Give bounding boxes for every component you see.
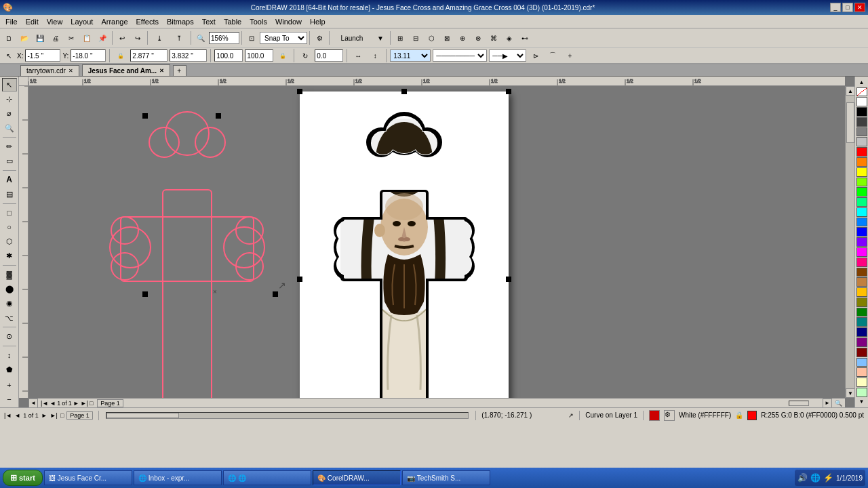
width-input[interactable] [130,49,167,62]
color-swatch-brown[interactable] [856,268,867,277]
polygon-btn[interactable]: ⬡ [2,235,17,248]
menu-help[interactable]: Help [306,16,330,28]
color-swatch-orange[interactable] [856,157,867,167]
color-swatch-violet[interactable] [856,237,867,247]
color-swatch-purple[interactable] [856,338,867,347]
node-tool-btn[interactable]: ⊹ [2,92,17,106]
canvas-content[interactable]: × ↗ [28,86,845,398]
scale-h-input[interactable] [245,49,273,62]
line-end-select[interactable]: ──▶ [489,49,526,62]
menu-view[interactable]: View [43,16,67,28]
scale-lock-icon[interactable]: 🔒 [275,48,290,63]
maximize-btn[interactable]: □ [842,3,853,12]
taskbar-browser[interactable]: 🌐 🌐 [223,470,311,485]
color-swatch-lightgray[interactable] [856,137,867,146]
scroll-left-btn[interactable]: ◄ [28,399,38,408]
taskbar-coreldraw[interactable]: 🎨 CorelDRAW... [313,470,401,485]
scrollbar-down-btn[interactable]: ▼ [846,388,854,398]
canvas-area[interactable]: 1/2 1/2 1/2 1/2 1/2 1/2 1/2 1/2 [19,77,854,407]
tab-jesus[interactable]: Jesus Face and Am... ✕ [82,64,170,76]
print-btn[interactable]: 🖨 [48,30,63,45]
last-page-btn[interactable]: ►| [81,400,88,407]
plus-btn[interactable]: + [562,48,577,63]
tab-tarrytown[interactable]: tarrytown.cdr ✕ [20,65,79,76]
color-swatch-lime[interactable] [856,178,867,187]
zoom-out-lt[interactable]: − [2,392,17,406]
extrude-btn[interactable]: ⬟ [2,363,17,376]
taskbar-techsmith[interactable]: 📷 TechSmith S... [402,470,490,485]
lock-ratio-icon[interactable]: 🔒 [113,48,128,63]
color-swatch-darkcyan[interactable] [856,317,867,327]
taskbar-inbox[interactable]: 🌐 Inbox - expr... [134,470,222,485]
color-swatch-magenta[interactable] [856,247,867,257]
menu-effects[interactable]: Effects [132,16,163,28]
status-first-page[interactable]: |◄ [4,412,12,419]
paint-bucket-btn[interactable]: ▓ [2,268,17,281]
save-btn[interactable]: 💾 [33,30,47,45]
status-next-page[interactable]: ► [41,412,47,419]
menu-bitmaps[interactable]: Bitmaps [163,16,198,28]
color-swatch-white[interactable] [856,97,867,106]
menu-edit[interactable]: Edit [22,16,43,28]
prev-page-btn[interactable]: ◄ [50,400,56,407]
text-btn[interactable]: A [2,173,17,186]
color-swatch-lightyellow[interactable] [856,378,867,387]
color-swatch-green[interactable] [856,187,867,197]
ellipse-btn[interactable]: ○ [2,220,17,234]
color-swatch-red[interactable] [856,147,867,157]
menu-table[interactable]: Table [220,16,245,28]
smart-fill-btn[interactable]: ▭ [2,155,17,168]
copy-btn[interactable]: 📋 [79,30,94,45]
bottom-scrollbar[interactable]: ◄ |◄ ◄ 1 of 1 ► ►| □ Page 1 ► 🔍 [28,398,845,407]
color-swatch-gold[interactable] [856,287,867,297]
color-swatch-gray[interactable] [856,127,867,137]
status-icon2[interactable]: ⚙ [664,410,675,421]
ungroup-btn[interactable]: ⊠ [439,30,454,45]
status-prev-page[interactable]: ◄ [14,412,20,419]
export-btn[interactable]: ⤒ [170,30,189,45]
scroll-thumb[interactable] [106,413,179,418]
curve-btn[interactable]: ⌒ [545,48,560,63]
bottom-scrollbar-track[interactable] [106,412,469,419]
scroll-right-btn[interactable]: ► [823,399,832,408]
zoom-out-btn[interactable]: 🔍 [193,30,208,45]
freehand-btn[interactable]: ✏ [2,140,17,153]
interactive-fill-btn[interactable]: ◉ [2,297,17,310]
snap-dropdown[interactable]: Snap To [260,32,307,44]
status-add-page[interactable]: □ [60,412,64,419]
break-btn[interactable]: ⊗ [471,30,486,45]
zoom-level-input[interactable]: 156% [209,32,239,44]
align-btn[interactable]: ⊞ [393,30,408,45]
options-btn[interactable]: ⚙ [312,30,327,45]
paste-btn[interactable]: 📌 [95,30,110,45]
menu-layout[interactable]: Layout [66,16,97,28]
extra-btn1[interactable]: ⊷ [517,30,532,45]
scrollbar-track[interactable] [846,96,854,388]
combine-btn[interactable]: ⊕ [455,30,470,45]
angle-input[interactable] [315,49,343,62]
launch-btn[interactable]: Launch [332,30,372,45]
color-swatch-darkgreen[interactable] [856,308,867,317]
undo-btn[interactable]: ↩ [115,30,130,45]
color-swatch-lightblue[interactable] [856,358,867,367]
cut-btn[interactable]: ✂ [64,30,79,45]
first-page-btn[interactable]: |◄ [41,400,48,407]
height-input[interactable] [170,49,207,62]
menu-tools[interactable]: Tools [245,16,271,28]
add-page-btn[interactable]: □ [90,400,93,407]
color-swatch-cyan[interactable] [856,207,867,217]
redo-btn[interactable]: ↪ [130,30,145,45]
zoom-in-lt[interactable]: + [2,378,17,391]
mirror-v-btn[interactable]: ↕ [368,48,382,63]
close-btn[interactable]: ✕ [854,3,865,12]
menu-arrange[interactable]: Arrange [97,16,132,28]
color-swatch-lightgreen[interactable] [856,388,867,397]
minimize-btn[interactable]: _ [830,3,841,12]
scale-w-input[interactable] [214,49,243,62]
no-color-swatch[interactable] [856,87,867,97]
color-swatch-olive[interactable] [856,298,867,307]
scrollbar-thumb[interactable] [846,102,854,143]
group-btn[interactable]: ⬡ [424,30,439,45]
color-swatch-teal[interactable] [856,197,867,207]
taskbar-jesus[interactable]: 🖼 Jesus Face Cr... [44,470,132,485]
